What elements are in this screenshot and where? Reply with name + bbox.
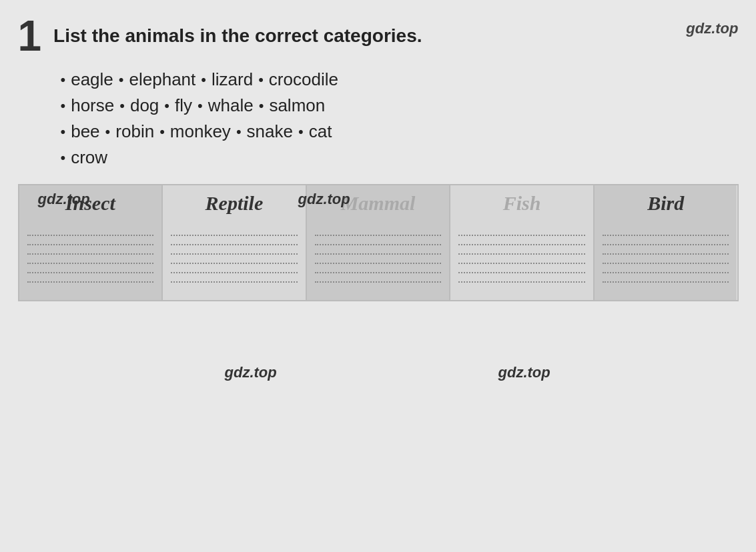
dotted-line — [458, 272, 585, 273]
category-header-bird: Bird — [600, 192, 732, 215]
animal-lizard: lizard — [212, 69, 253, 90]
lines-mammal — [312, 224, 444, 293]
dotted-line — [315, 244, 442, 245]
dotted-line — [315, 253, 442, 255]
lines-fish — [456, 224, 588, 293]
animal-row-3: • bee • robin • monkey • snake • cat — [58, 121, 739, 142]
bullet: • — [105, 123, 111, 141]
bullet: • — [201, 71, 206, 89]
dotted-line — [315, 281, 442, 283]
dotted-line — [603, 253, 729, 255]
dotted-line — [27, 235, 154, 236]
dotted-line — [458, 253, 585, 255]
dotted-line — [27, 263, 154, 264]
animal-row-1: • eagle • elephant • lizard • crocodile — [58, 69, 739, 90]
animal-elephant: elephant — [129, 69, 196, 90]
watermark-lower-right: gdz.top — [498, 364, 550, 381]
animal-row-2: • horse • dog • fly • whale • salmon — [58, 95, 739, 116]
bullet: • — [164, 97, 169, 115]
bullet: • — [258, 71, 264, 89]
bullet: • — [61, 149, 66, 167]
watermark-mid-left: gdz.top — [38, 191, 90, 208]
dotted-line — [458, 235, 585, 236]
dotted-line — [603, 272, 729, 273]
question-number: 1 — [18, 15, 42, 57]
dotted-line — [171, 281, 298, 283]
dotted-line — [171, 272, 298, 273]
bullet: • — [298, 123, 304, 141]
dotted-line — [27, 244, 154, 245]
bullet: • — [61, 71, 66, 89]
bullet: • — [119, 97, 125, 115]
question-text: List the animals in the correct categori… — [53, 25, 422, 47]
animal-monkey: monkey — [170, 121, 231, 142]
dotted-line — [603, 263, 729, 264]
animal-whale: whale — [208, 95, 254, 116]
category-header-fish: Fish — [456, 192, 588, 215]
dotted-line — [458, 263, 585, 264]
dotted-line — [27, 281, 154, 283]
categories-table: Insect Reptile — [18, 184, 739, 301]
dotted-line — [603, 244, 729, 245]
lines-reptile — [168, 224, 300, 293]
animal-robin: robin — [115, 121, 154, 142]
animal-crow: crow — [71, 147, 107, 168]
category-header-reptile: Reptile — [168, 192, 300, 215]
bullet: • — [61, 123, 66, 141]
dotted-line — [315, 263, 442, 264]
bullet: • — [61, 97, 66, 115]
bullet: • — [159, 123, 165, 141]
dotted-line — [315, 235, 442, 236]
animal-list: • eagle • elephant • lizard • crocodile … — [58, 69, 739, 168]
dotted-line — [315, 272, 442, 273]
dotted-line — [171, 235, 298, 236]
dotted-line — [603, 235, 729, 236]
lines-bird — [600, 224, 732, 293]
animal-fly: fly — [175, 95, 192, 116]
watermark-mid-center: gdz.top — [298, 191, 350, 208]
animal-bee: bee — [71, 121, 99, 142]
animal-row-4: • crow — [58, 147, 739, 168]
watermark-lower-left: gdz.top — [225, 364, 277, 381]
bullet: • — [198, 97, 203, 115]
bullet: • — [259, 97, 264, 115]
category-reptile: Reptile — [163, 185, 307, 300]
bullet: • — [119, 71, 124, 89]
animal-cat: cat — [309, 121, 332, 142]
animal-salmon: salmon — [269, 95, 325, 116]
category-bird: Bird — [595, 185, 737, 300]
lines-insect — [25, 224, 157, 293]
dotted-line — [458, 281, 585, 283]
category-fish: Fish — [450, 185, 595, 300]
question-header: 1 List the animals in the correct catego… — [18, 20, 739, 57]
animal-snake: snake — [247, 121, 293, 142]
animal-crocodile: crocodile — [269, 69, 338, 90]
dotted-line — [171, 244, 298, 245]
dotted-line — [171, 253, 298, 255]
animal-eagle: eagle — [71, 69, 113, 90]
bullet: • — [236, 123, 242, 141]
dotted-line — [27, 253, 154, 255]
animal-horse: horse — [71, 95, 114, 116]
dotted-line — [27, 272, 154, 273]
animal-dog: dog — [130, 95, 159, 116]
dotted-line — [458, 244, 585, 245]
dotted-line — [171, 263, 298, 264]
page-container: 1 List the animals in the correct catego… — [18, 20, 739, 301]
watermark-top-right: gdz.top — [686, 20, 738, 37]
dotted-line — [603, 281, 729, 283]
